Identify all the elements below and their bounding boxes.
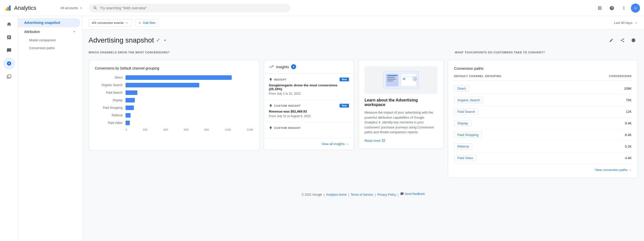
- insight-type-label: INSIGHT: [269, 78, 287, 81]
- top-nav: Analytics All accounts U: [0, 0, 644, 16]
- bar-container: [126, 121, 253, 125]
- insights-trend-icon: [269, 64, 274, 69]
- bar-fill: [126, 113, 131, 118]
- bar-fill: [126, 90, 137, 95]
- svg-rect-3: [9, 6, 11, 11]
- insight-text: Google/organic drove the most conversion…: [269, 83, 349, 91]
- footer-analytics-home-link[interactable]: Analytics home: [326, 193, 346, 196]
- insights-icon-button[interactable]: [629, 36, 638, 45]
- bar-label: Paid Search: [95, 91, 123, 94]
- view-all-label: View all insights →: [321, 142, 349, 146]
- help-button[interactable]: [607, 3, 617, 13]
- footer-feedback-link[interactable]: Send feedback: [405, 192, 425, 196]
- chevron-down-icon: [79, 6, 83, 10]
- conv-value: 12K: [626, 110, 632, 114]
- chevron-down-icon: [125, 21, 129, 25]
- insight-item-1: CUSTOM INSIGHT New Revenue was $52,469.9…: [264, 100, 354, 122]
- bar-container: [126, 75, 253, 80]
- insight-new-badge: New: [340, 78, 349, 81]
- x-axis-label: 120K: [247, 128, 253, 131]
- edit-report-button[interactable]: [607, 36, 616, 45]
- insight-item-2: CUSTOM INSIGHT: [264, 122, 354, 138]
- conv-channel-button[interactable]: Paid Search: [454, 109, 478, 115]
- insight-text: Revenue was $52,469.93: [269, 110, 349, 113]
- sidebar-sub-item-label: Conversion paths: [29, 46, 55, 50]
- add-filter-label: Add filter: [143, 21, 155, 25]
- home-icon-button[interactable]: [3, 18, 15, 30]
- conv-table-row: Paid Search 12K: [454, 106, 632, 118]
- bar-row: Direct: [95, 75, 253, 80]
- svg-rect-7: [387, 77, 395, 78]
- conv-channel-button[interactable]: Organic Search: [454, 97, 483, 103]
- footer-privacy-link[interactable]: Privacy Policy: [377, 193, 396, 196]
- share-button[interactable]: [618, 36, 627, 45]
- page-body: Advertising snapshot ✓: [83, 30, 644, 209]
- sidebar-item-advertising-snapshot[interactable]: Advertising snapshot: [18, 18, 80, 27]
- view-conversion-paths-link[interactable]: View conversion paths →: [454, 168, 632, 172]
- bar-container: [126, 98, 253, 102]
- svg-rect-11: [403, 76, 414, 77]
- conv-channel-button[interactable]: Paid Video: [454, 155, 476, 161]
- lightbulb-icon: [269, 78, 272, 81]
- conv-rows-container: Direct 108K Organic Search 75K Paid Sear…: [454, 83, 632, 164]
- footer-copyright: © 2022 Google: [302, 193, 322, 196]
- insight-type-text: INSIGHT: [274, 78, 287, 81]
- bar-fill: [126, 75, 232, 80]
- conv-channel-button[interactable]: Referral: [454, 143, 472, 150]
- search-bar[interactable]: [89, 4, 290, 12]
- bar-fill: [126, 83, 199, 87]
- bar-label: Paid Shopping: [95, 106, 123, 110]
- chart-card: Conversions by Default channel grouping …: [89, 60, 260, 151]
- page-title-actions: [607, 36, 638, 45]
- bar-label: Display: [95, 98, 123, 102]
- read-more-link[interactable]: Read more: [365, 139, 437, 143]
- date-range-label: Last 90 days: [614, 21, 632, 25]
- apps-button[interactable]: [595, 3, 605, 13]
- learn-card-image: $: [365, 66, 437, 94]
- svg-rect-6: [387, 75, 397, 76]
- settings-icon-button[interactable]: [3, 71, 15, 83]
- x-axis-label: 100K: [225, 128, 231, 131]
- accounts-button[interactable]: All accounts: [58, 5, 85, 11]
- learn-card-text: Measure the impact of your advertising w…: [365, 110, 437, 135]
- bar-container: [126, 113, 253, 118]
- svg-rect-8: [387, 79, 396, 80]
- sidebar-item-model-comparison[interactable]: Model comparison: [18, 36, 82, 44]
- bar-fill: [126, 121, 130, 125]
- conv-table-row: Referral 5.2K: [454, 141, 632, 152]
- view-all-insights-link[interactable]: View all insights →: [269, 142, 349, 146]
- sidebar-sub-item-label: Model comparison: [29, 38, 56, 42]
- sidebar-section-attribution[interactable]: Attribution: [18, 27, 82, 36]
- reports-icon-button[interactable]: [3, 31, 15, 43]
- conv-channel-button[interactable]: Display: [454, 120, 471, 126]
- page-status-icon: ✓: [156, 37, 160, 44]
- toolbar: 4/4 conversion events Add filter Last 90…: [83, 16, 644, 30]
- more-vert-button[interactable]: [619, 3, 629, 13]
- sidebar-item-conversion-paths[interactable]: Conversion paths: [18, 44, 82, 52]
- chart-x-axis: 020K40K60K80K100K120K: [95, 128, 253, 131]
- advertising-icon-button[interactable]: [3, 57, 15, 70]
- user-avatar[interactable]: U: [631, 4, 640, 13]
- bar-label: Referral: [95, 114, 123, 117]
- col-channel-header: DEFAULT CHANNEL GROUPING: [454, 75, 502, 78]
- conversion-events-filter[interactable]: 4/4 conversion events: [89, 19, 132, 26]
- bar-row: Display: [95, 98, 253, 102]
- conv-channel-button[interactable]: Paid Shopping: [454, 132, 482, 138]
- footer-terms-link[interactable]: Terms of Service: [351, 193, 373, 196]
- read-more-label: Read more: [365, 139, 381, 143]
- icon-sidebar: [0, 16, 18, 241]
- bar-row: Referral: [95, 113, 253, 118]
- chevron-down-icon: [634, 21, 638, 25]
- chat-icon-button[interactable]: [3, 44, 15, 56]
- search-input[interactable]: [100, 6, 286, 10]
- bar-row: Paid Search: [95, 90, 253, 95]
- insights-footer: View all insights →: [264, 138, 354, 150]
- conv-paths-card: Conversion paths DEFAULT CHANNEL GROUPIN…: [448, 60, 638, 178]
- add-filter-button[interactable]: Add filter: [135, 19, 159, 26]
- conv-table-row: Paid Shopping 8.4K: [454, 129, 632, 141]
- what-touchpoints-label: WHAT TOUCHPOINTS DO CUSTOMERS TAKE TO CO…: [455, 51, 638, 54]
- main-content: 4/4 conversion events Add filter Last 90…: [83, 16, 644, 241]
- conv-channel-button[interactable]: Direct: [454, 85, 469, 92]
- bar-label: Organic Search: [95, 83, 123, 87]
- conv-table-row: Display 9.4K: [454, 118, 632, 129]
